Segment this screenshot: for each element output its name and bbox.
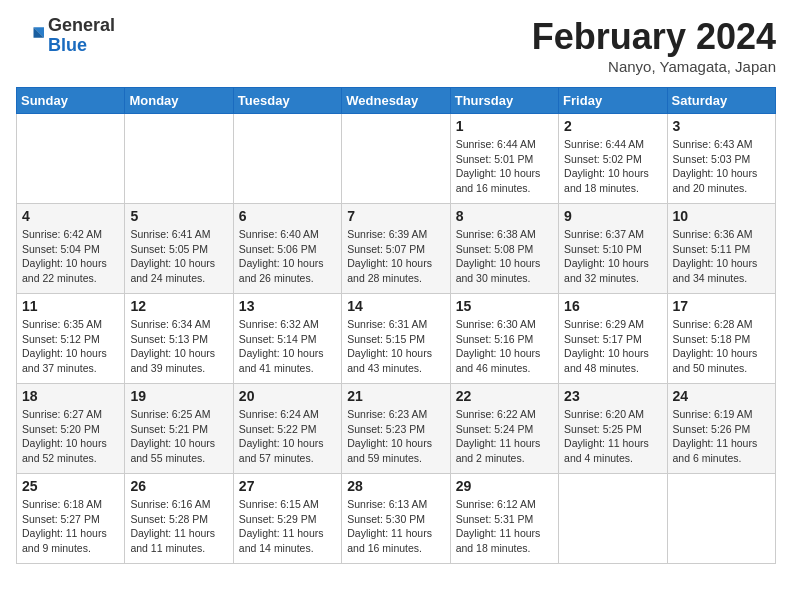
day-number: 24 <box>673 388 770 404</box>
calendar-cell: 16Sunrise: 6:29 AM Sunset: 5:17 PM Dayli… <box>559 294 667 384</box>
calendar-cell: 22Sunrise: 6:22 AM Sunset: 5:24 PM Dayli… <box>450 384 558 474</box>
day-number: 2 <box>564 118 661 134</box>
page-header: General Blue February 2024 Nanyo, Yamaga… <box>16 16 776 75</box>
day-info: Sunrise: 6:41 AM Sunset: 5:05 PM Dayligh… <box>130 227 227 286</box>
day-info: Sunrise: 6:35 AM Sunset: 5:12 PM Dayligh… <box>22 317 119 376</box>
calendar-cell <box>667 474 775 564</box>
day-info: Sunrise: 6:31 AM Sunset: 5:15 PM Dayligh… <box>347 317 444 376</box>
calendar-cell: 4Sunrise: 6:42 AM Sunset: 5:04 PM Daylig… <box>17 204 125 294</box>
calendar-cell: 15Sunrise: 6:30 AM Sunset: 5:16 PM Dayli… <box>450 294 558 384</box>
day-info: Sunrise: 6:20 AM Sunset: 5:25 PM Dayligh… <box>564 407 661 466</box>
calendar-cell: 20Sunrise: 6:24 AM Sunset: 5:22 PM Dayli… <box>233 384 341 474</box>
day-number: 20 <box>239 388 336 404</box>
day-number: 10 <box>673 208 770 224</box>
calendar-cell: 6Sunrise: 6:40 AM Sunset: 5:06 PM Daylig… <box>233 204 341 294</box>
day-number: 14 <box>347 298 444 314</box>
calendar-cell: 7Sunrise: 6:39 AM Sunset: 5:07 PM Daylig… <box>342 204 450 294</box>
day-number: 7 <box>347 208 444 224</box>
day-info: Sunrise: 6:27 AM Sunset: 5:20 PM Dayligh… <box>22 407 119 466</box>
weekday-header-wednesday: Wednesday <box>342 88 450 114</box>
calendar-cell: 10Sunrise: 6:36 AM Sunset: 5:11 PM Dayli… <box>667 204 775 294</box>
weekday-header-thursday: Thursday <box>450 88 558 114</box>
day-number: 16 <box>564 298 661 314</box>
day-info: Sunrise: 6:12 AM Sunset: 5:31 PM Dayligh… <box>456 497 553 556</box>
day-info: Sunrise: 6:28 AM Sunset: 5:18 PM Dayligh… <box>673 317 770 376</box>
day-info: Sunrise: 6:25 AM Sunset: 5:21 PM Dayligh… <box>130 407 227 466</box>
day-number: 5 <box>130 208 227 224</box>
day-number: 22 <box>456 388 553 404</box>
calendar-week-3: 18Sunrise: 6:27 AM Sunset: 5:20 PM Dayli… <box>17 384 776 474</box>
day-number: 27 <box>239 478 336 494</box>
calendar-cell: 24Sunrise: 6:19 AM Sunset: 5:26 PM Dayli… <box>667 384 775 474</box>
calendar-week-2: 11Sunrise: 6:35 AM Sunset: 5:12 PM Dayli… <box>17 294 776 384</box>
calendar-week-4: 25Sunrise: 6:18 AM Sunset: 5:27 PM Dayli… <box>17 474 776 564</box>
calendar-cell: 5Sunrise: 6:41 AM Sunset: 5:05 PM Daylig… <box>125 204 233 294</box>
calendar-cell: 9Sunrise: 6:37 AM Sunset: 5:10 PM Daylig… <box>559 204 667 294</box>
day-number: 1 <box>456 118 553 134</box>
day-number: 6 <box>239 208 336 224</box>
day-number: 21 <box>347 388 444 404</box>
day-info: Sunrise: 6:38 AM Sunset: 5:08 PM Dayligh… <box>456 227 553 286</box>
calendar-cell: 12Sunrise: 6:34 AM Sunset: 5:13 PM Dayli… <box>125 294 233 384</box>
day-info: Sunrise: 6:13 AM Sunset: 5:30 PM Dayligh… <box>347 497 444 556</box>
day-info: Sunrise: 6:32 AM Sunset: 5:14 PM Dayligh… <box>239 317 336 376</box>
day-number: 15 <box>456 298 553 314</box>
day-number: 26 <box>130 478 227 494</box>
day-info: Sunrise: 6:16 AM Sunset: 5:28 PM Dayligh… <box>130 497 227 556</box>
day-number: 18 <box>22 388 119 404</box>
logo-general: General <box>48 15 115 35</box>
weekday-header-saturday: Saturday <box>667 88 775 114</box>
calendar-cell: 1Sunrise: 6:44 AM Sunset: 5:01 PM Daylig… <box>450 114 558 204</box>
calendar-cell: 18Sunrise: 6:27 AM Sunset: 5:20 PM Dayli… <box>17 384 125 474</box>
calendar-cell: 21Sunrise: 6:23 AM Sunset: 5:23 PM Dayli… <box>342 384 450 474</box>
logo-text: General Blue <box>48 16 115 56</box>
title-block: February 2024 Nanyo, Yamagata, Japan <box>532 16 776 75</box>
day-info: Sunrise: 6:39 AM Sunset: 5:07 PM Dayligh… <box>347 227 444 286</box>
location-subtitle: Nanyo, Yamagata, Japan <box>532 58 776 75</box>
calendar-cell: 29Sunrise: 6:12 AM Sunset: 5:31 PM Dayli… <box>450 474 558 564</box>
day-number: 11 <box>22 298 119 314</box>
day-number: 25 <box>22 478 119 494</box>
calendar-cell: 25Sunrise: 6:18 AM Sunset: 5:27 PM Dayli… <box>17 474 125 564</box>
calendar-cell: 27Sunrise: 6:15 AM Sunset: 5:29 PM Dayli… <box>233 474 341 564</box>
weekday-header-row: SundayMondayTuesdayWednesdayThursdayFrid… <box>17 88 776 114</box>
day-info: Sunrise: 6:34 AM Sunset: 5:13 PM Dayligh… <box>130 317 227 376</box>
day-number: 29 <box>456 478 553 494</box>
calendar-cell: 11Sunrise: 6:35 AM Sunset: 5:12 PM Dayli… <box>17 294 125 384</box>
day-info: Sunrise: 6:44 AM Sunset: 5:02 PM Dayligh… <box>564 137 661 196</box>
calendar-cell: 14Sunrise: 6:31 AM Sunset: 5:15 PM Dayli… <box>342 294 450 384</box>
weekday-header-sunday: Sunday <box>17 88 125 114</box>
day-info: Sunrise: 6:22 AM Sunset: 5:24 PM Dayligh… <box>456 407 553 466</box>
day-info: Sunrise: 6:19 AM Sunset: 5:26 PM Dayligh… <box>673 407 770 466</box>
day-number: 12 <box>130 298 227 314</box>
calendar-cell: 28Sunrise: 6:13 AM Sunset: 5:30 PM Dayli… <box>342 474 450 564</box>
day-info: Sunrise: 6:36 AM Sunset: 5:11 PM Dayligh… <box>673 227 770 286</box>
day-info: Sunrise: 6:24 AM Sunset: 5:22 PM Dayligh… <box>239 407 336 466</box>
calendar-week-0: 1Sunrise: 6:44 AM Sunset: 5:01 PM Daylig… <box>17 114 776 204</box>
day-number: 23 <box>564 388 661 404</box>
logo-icon <box>16 22 44 50</box>
calendar-table: SundayMondayTuesdayWednesdayThursdayFrid… <box>16 87 776 564</box>
day-info: Sunrise: 6:42 AM Sunset: 5:04 PM Dayligh… <box>22 227 119 286</box>
calendar-cell: 3Sunrise: 6:43 AM Sunset: 5:03 PM Daylig… <box>667 114 775 204</box>
month-title: February 2024 <box>532 16 776 58</box>
calendar-cell: 19Sunrise: 6:25 AM Sunset: 5:21 PM Dayli… <box>125 384 233 474</box>
day-number: 28 <box>347 478 444 494</box>
logo-blue: Blue <box>48 35 87 55</box>
calendar-cell <box>342 114 450 204</box>
day-number: 17 <box>673 298 770 314</box>
calendar-cell <box>17 114 125 204</box>
logo: General Blue <box>16 16 115 56</box>
calendar-cell: 26Sunrise: 6:16 AM Sunset: 5:28 PM Dayli… <box>125 474 233 564</box>
day-info: Sunrise: 6:30 AM Sunset: 5:16 PM Dayligh… <box>456 317 553 376</box>
calendar-cell: 23Sunrise: 6:20 AM Sunset: 5:25 PM Dayli… <box>559 384 667 474</box>
day-number: 3 <box>673 118 770 134</box>
calendar-week-1: 4Sunrise: 6:42 AM Sunset: 5:04 PM Daylig… <box>17 204 776 294</box>
day-info: Sunrise: 6:15 AM Sunset: 5:29 PM Dayligh… <box>239 497 336 556</box>
day-number: 9 <box>564 208 661 224</box>
day-number: 8 <box>456 208 553 224</box>
weekday-header-friday: Friday <box>559 88 667 114</box>
day-info: Sunrise: 6:37 AM Sunset: 5:10 PM Dayligh… <box>564 227 661 286</box>
day-number: 19 <box>130 388 227 404</box>
day-info: Sunrise: 6:40 AM Sunset: 5:06 PM Dayligh… <box>239 227 336 286</box>
